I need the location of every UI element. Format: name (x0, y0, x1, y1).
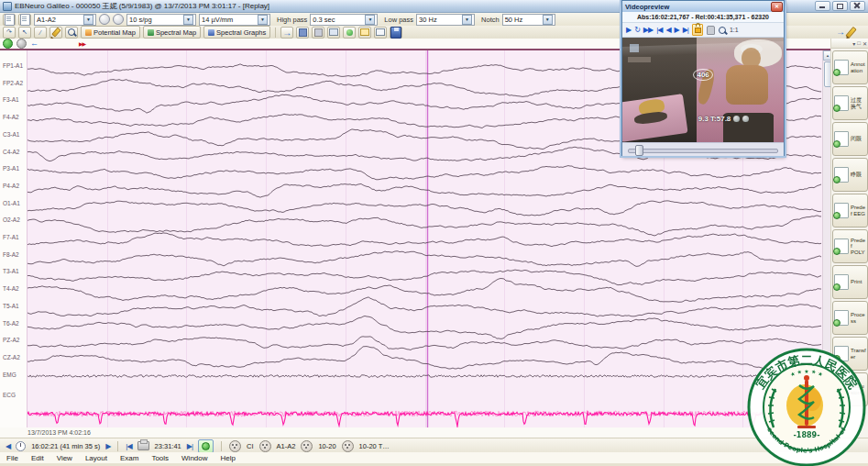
sidebar-button-predef-poly[interactable]: Predef POLY (832, 229, 868, 263)
zoom-out-icon[interactable] (113, 14, 124, 25)
page-list-icon[interactable] (18, 14, 31, 26)
spectral-map-button[interactable]: Spectral Map (143, 26, 201, 39)
montage-head-icon[interactable] (229, 440, 241, 452)
print-page-icon[interactable] (137, 441, 149, 450)
video-preview-window[interactable]: Videopreview ✕ Abs:16:02:21,767 - Rel:00… (621, 0, 785, 156)
fast-forward-icon[interactable]: ▶▶ (643, 26, 653, 35)
sidebar-toolbar: → (836, 27, 853, 39)
play-forward-icon[interactable]: ▶ (105, 442, 110, 450)
video-close-icon[interactable]: ✕ (771, 2, 783, 12)
zoom-ratio-label[interactable]: 1:1 (730, 27, 739, 33)
gain-select[interactable]: 14 µV/mm ▼ (199, 14, 270, 26)
prev-page-icon[interactable]: ◀ (5, 442, 10, 450)
chevron-down-icon[interactable]: ▼ (183, 15, 193, 25)
clock-icon[interactable] (16, 441, 26, 451)
montage-button-label[interactable]: 10-20 (318, 442, 335, 450)
menu-item-window[interactable]: Window (175, 454, 214, 462)
sidebar-button-transfer[interactable]: Transfer (832, 337, 868, 371)
step-back-icon[interactable]: ◀ (665, 26, 670, 35)
zoom-in-icon[interactable] (99, 14, 110, 25)
skip-back-icon[interactable]: |◀ (656, 26, 662, 35)
notch-select[interactable]: 50 Hz ▼ (502, 14, 555, 26)
spectral-graphs-button[interactable]: Spectral Graphs (203, 26, 270, 39)
marker-icon[interactable]: ⁄ (34, 27, 47, 39)
chevron-down-icon[interactable]: ▼ (462, 15, 472, 25)
skip-forward-icon[interactable]: ▶| (683, 26, 688, 35)
pin-icon[interactable]: □ (857, 40, 861, 46)
potential-map-button[interactable]: Potential Map (81, 26, 140, 39)
montage-button-label[interactable]: 10-20 T… (359, 442, 390, 450)
channel-label-p3-a1: P3-A1 (3, 165, 19, 172)
stop-button-icon[interactable] (16, 39, 27, 49)
video-seek-slider[interactable] (622, 142, 784, 156)
menu-item-file[interactable]: File (0, 454, 25, 462)
channel-label-t6-a2: T6-A2 (3, 320, 19, 327)
skip-end-icon[interactable]: ▶| (187, 442, 192, 450)
sidebar-button-print[interactable]: Print (832, 265, 868, 299)
chevron-down-icon[interactable]: ▼ (258, 15, 268, 25)
sidebar-button-exclusion[interactable]: Exclusion (832, 372, 868, 406)
sidebar-button-predef-eeg[interactable]: Predef EEG (832, 194, 868, 227)
close-panel-icon[interactable]: ✕ (863, 40, 867, 47)
go-button-icon[interactable] (3, 39, 13, 49)
sidebar-button-闭眼[interactable]: 闭眼 (832, 122, 868, 156)
step-forward-icon[interactable]: ▶ (675, 26, 679, 35)
montage-select[interactable]: A1-A2 ▼ (34, 14, 96, 26)
sidebar-button-process[interactable]: Process (832, 301, 868, 335)
menu-item-exam[interactable]: Exam (114, 454, 145, 462)
page-back-icon[interactable] (3, 14, 16, 26)
montage-head-icon[interactable] (259, 440, 271, 452)
low-pass-select[interactable]: 30 Hz ▼ (416, 14, 475, 26)
sidebar-button-annotation[interactable]: Annotation (832, 50, 868, 84)
sidebar-button-过度换气[interactable]: 过度换气 (832, 86, 868, 120)
save-icon[interactable] (390, 27, 402, 39)
sidebar-button-label: 闭眼 (851, 136, 862, 142)
menu-item-edit[interactable]: Edit (25, 454, 50, 462)
lock-sync-icon[interactable] (692, 24, 703, 36)
select-cursor-icon[interactable]: ↖ (18, 27, 31, 39)
live-mode-button[interactable] (198, 439, 214, 453)
new-window-icon[interactable] (374, 27, 387, 39)
menu-item-view[interactable]: View (50, 454, 79, 462)
cascade-windows-icon[interactable] (358, 27, 371, 39)
pan-hand-icon[interactable] (707, 26, 715, 35)
high-pass-select[interactable]: 0.3 sec ▼ (310, 14, 378, 26)
marker-sidebar: ▾ □ ✕ Annotation过度换气闭眼睁眼Predef EEGPredef… (830, 39, 868, 438)
window-pause-icon[interactable] (312, 27, 324, 39)
magnifier-icon[interactable] (65, 27, 78, 39)
loop-icon[interactable]: ↻ (634, 26, 640, 35)
menu-item-layout[interactable]: Layout (79, 454, 114, 462)
annotation-doc-icon (834, 382, 849, 397)
maximize-button[interactable] (832, 1, 848, 11)
pencil-icon[interactable] (49, 27, 62, 39)
montage-button-label[interactable]: CI (247, 442, 254, 450)
montage-head-icon[interactable] (301, 440, 313, 452)
minimize-button[interactable] (815, 1, 830, 11)
montage-head-icon[interactable] (342, 440, 354, 452)
close-button[interactable] (850, 1, 865, 11)
menu-item-help[interactable]: Help (214, 454, 242, 462)
video-title-bar[interactable]: Videopreview ✕ (622, 1, 784, 12)
sidebar-button-睁眼[interactable]: 睁眼 (832, 158, 868, 192)
speed-select[interactable]: 10 s/pg ▼ (126, 14, 196, 26)
chevron-down-icon[interactable]: ▼ (365, 15, 375, 25)
back-arrow-icon[interactable]: ← (30, 39, 38, 48)
page-forward-icon[interactable]: → (280, 27, 293, 39)
skip-start-icon[interactable]: |◀ (126, 442, 131, 450)
channel-label-pz-a2: PZ-A2 (3, 337, 19, 343)
collapse-icon[interactable]: ▾ (852, 40, 855, 47)
tile-green-icon[interactable] (343, 27, 356, 39)
montage-button-label[interactable]: A1-A2 (277, 442, 296, 450)
undo-icon[interactable]: ↷ (3, 27, 16, 39)
tile-windows-icon[interactable] (327, 27, 340, 39)
menu-item-tools[interactable]: Tools (145, 454, 175, 462)
chevron-down-icon[interactable]: ▼ (543, 15, 553, 25)
spectral-graphs-icon (208, 29, 214, 36)
window-split-icon[interactable] (296, 27, 309, 39)
transfer-arrow-icon[interactable]: → (836, 27, 845, 39)
play-icon[interactable]: ▶ (626, 26, 631, 35)
video-zoom-icon[interactable] (719, 27, 726, 34)
chevron-down-icon[interactable]: ▼ (83, 15, 93, 25)
slider-thumb[interactable] (635, 145, 643, 156)
slider-track[interactable] (628, 149, 778, 153)
